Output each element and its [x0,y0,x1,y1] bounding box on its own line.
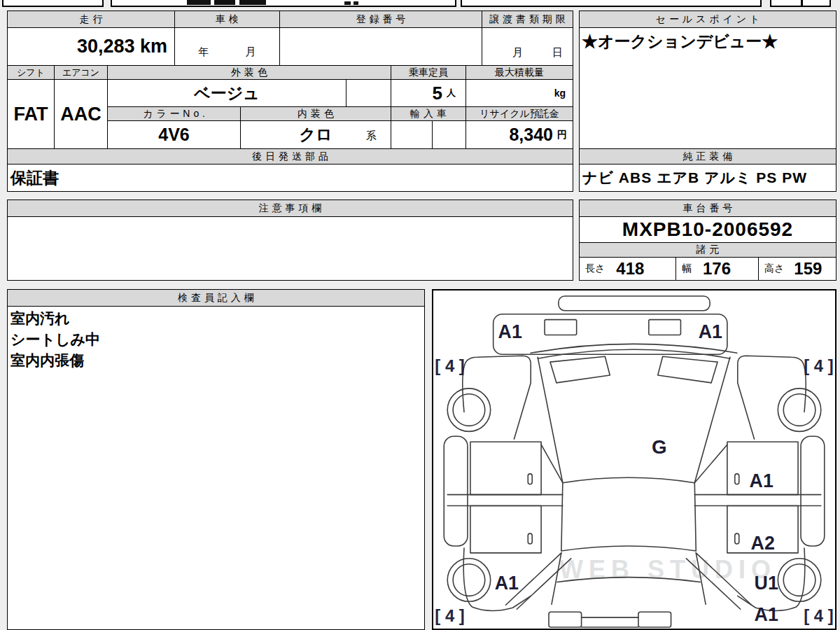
later-parts-value: 保証書 [7,164,573,192]
transfer-day-label: 日 [552,46,563,59]
door-handle-front-right [735,474,739,484]
notes-header: 注意事項欄 [7,200,573,217]
chassis-table: 車台番号 MXPB10-2006592 諸元 長さ 418 幅 176 高さ 1… [579,200,836,281]
chassis-value: MXPB10-2006592 [579,216,836,243]
sales-point-text: ★オークションデビュー★ [582,31,778,52]
color-no-value: 4V6 [107,120,241,149]
damage-mark-windshield: G [652,436,667,458]
front-bumper-strip [559,296,710,311]
recycle-fee-header: リサイクル預託金 [465,106,573,121]
aircon-text: AAC [60,104,102,125]
shift-value: FAT [7,79,55,149]
cowl-vent-right [658,356,718,383]
c-pillar-right-inner [686,559,740,609]
wheel-rear-left [447,559,490,601]
car-damage-diagram: A1 A1 [ 4 ] [ 4 ] G A1 A2 A1 U1 A1 [ 4 ]… [433,290,835,629]
damage-mark-rear-wheel-left: A1 [495,573,519,594]
later-parts-header: 後日発送部品 [7,148,573,164]
recycle-fee-unit: 円 [557,129,567,141]
aircon-value: AAC [54,79,108,149]
shift-header: シフト [7,65,55,80]
inspector-note-line: シートしみ中 [10,329,100,350]
recycle-fee-value: 8,340 円 [465,120,573,149]
spec-length-label: 長さ [585,262,605,275]
side-sill-right [801,436,825,546]
transfer-deadline-header: 譲渡書類期限 [482,10,573,28]
max-load-header: 最大積載量 [465,65,573,80]
mileage-header: 走行 [7,10,175,28]
capacity-unit: 人 [447,87,456,99]
shift-text: FAT [14,104,48,125]
front-fender-left [463,356,531,439]
exterior-color-value: ベージュ [107,79,346,107]
import-car-cell-a [391,120,433,149]
tire-mark-front-right: [ 4 ] [804,356,833,375]
wheel-rear-right [778,559,820,601]
transfer-deadline-value: 月 日 [482,27,573,66]
transfer-month-label: 月 [512,46,523,59]
cropped-text-fragment [187,0,211,5]
shaken-value: 年 月 [174,27,280,66]
sales-point-header: セールスポイント [579,10,836,28]
inspector-notes-area: 室内汚れ シートしみ中 室内内張傷 [7,306,425,630]
mileage-text: 30,283 km [77,36,167,57]
door-handle-rear-left [528,533,532,544]
max-load-value: kg [465,79,573,107]
cropped-cell [111,0,456,7]
tire-mark-front-left: [ 4 ] [435,356,464,375]
vehicle-info-table: 走行 車検 登録番号 譲渡書類期限 30,283 km 年 月 月 日 シフト … [7,10,573,192]
front-panel [493,314,727,355]
damage-mark-rear-wheel-right: U1 [755,573,778,594]
spec-width-label: 幅 [682,262,692,275]
sales-point-value: ★オークションデビュー★ [579,27,836,149]
damage-mark-front-right: A1 [699,321,722,342]
inspector-table: 検査員記入欄 室内汚れ シートしみ中 室内内張傷 [7,289,425,630]
tire-mark-rear-left: [ 4 ] [435,606,464,625]
front-door-left [470,442,541,494]
spec-length-cell: 長さ 418 [579,257,676,281]
roof-right-edge [694,483,696,551]
cropped-cell [2,0,104,7]
front-fender-right [738,356,806,439]
rear-door-left [470,505,541,552]
genuine-equipment-value: ナビ ABS エアB アルミ PS PW [579,164,836,192]
cropped-text-fragment [214,0,235,5]
interior-color-value: クロ 系 [240,120,391,149]
inspector-note-line: 室内内張傷 [10,350,100,371]
door-handle-rear-right [735,533,739,544]
interior-color-text: クロ [299,124,332,146]
mileage-value: 30,283 km [7,27,175,66]
later-parts-text: 保証書 [10,167,59,189]
notes-table: 注意事項欄 [7,200,573,281]
roof-front-arc [563,477,694,482]
rear-window-bottom-arc [557,578,700,582]
wheel-rear-right-inner [783,564,816,596]
spec-width-value: 176 [703,259,731,279]
cropped-text-fragment [344,1,351,5]
exterior-color-header: 外装色 [107,65,391,80]
notes-value [7,216,573,281]
aircon-header: エアコン [54,65,108,80]
import-car-cell-b [432,120,466,149]
wheel-front-right-inner [783,394,816,426]
damage-mark-rear-gate-right: A1 [755,604,778,625]
spec-height-value: 159 [794,259,822,279]
damage-mark-front-left: A1 [498,321,522,342]
tail-light-left [549,612,582,627]
max-load-unit: kg [554,88,566,99]
shaken-header: 車検 [174,10,280,28]
car-damage-diagram-box: WEB STUDIO [432,289,836,630]
interior-color-suffix: 系 [366,130,377,143]
inspector-note-line: 室内汚れ [10,308,100,329]
side-sill-left [444,436,468,546]
a-pillar-left [541,444,563,483]
exterior-color-empty-cell [346,79,391,107]
damage-mark-rear-door-right: A2 [751,533,775,554]
registration-header: 登録番号 [279,10,482,28]
cropped-text-fragment [354,1,358,5]
roof-rear-arc [561,546,696,551]
roof-left-edge [561,483,563,551]
specs-header: 諸元 [579,242,836,258]
sales-point-table: セールスポイント ★オークションデビュー★ 純正装備 ナビ ABS エアB アル… [579,10,836,192]
c-pillar-left-inner [517,559,570,609]
